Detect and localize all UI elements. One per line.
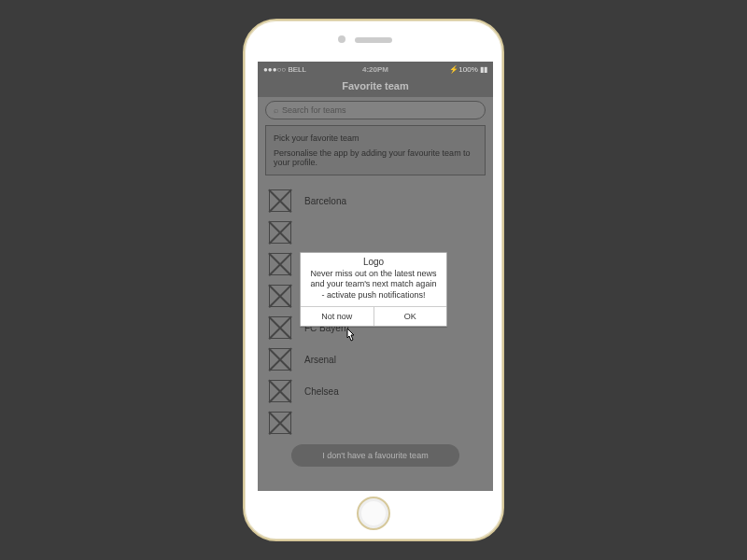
dialog-title: Logo: [301, 253, 446, 269]
phone-speaker: [355, 37, 392, 43]
ok-label: OK: [404, 312, 416, 321]
home-button[interactable]: [357, 497, 390, 530]
dialog-body: Never miss out on the latest news and yo…: [301, 269, 446, 306]
status-carrier: ●●●○○ BELL: [263, 65, 306, 74]
status-battery: ⚡100% ▮▮: [449, 65, 487, 74]
phone-camera-dot: [338, 35, 345, 43]
push-notifications-dialog: Logo Never miss out on the latest news a…: [300, 252, 447, 327]
not-now-label: Not now: [321, 312, 352, 321]
dialog-actions: Not now OK: [301, 306, 446, 326]
ok-button[interactable]: OK: [374, 307, 447, 326]
not-now-button[interactable]: Not now: [301, 307, 374, 326]
